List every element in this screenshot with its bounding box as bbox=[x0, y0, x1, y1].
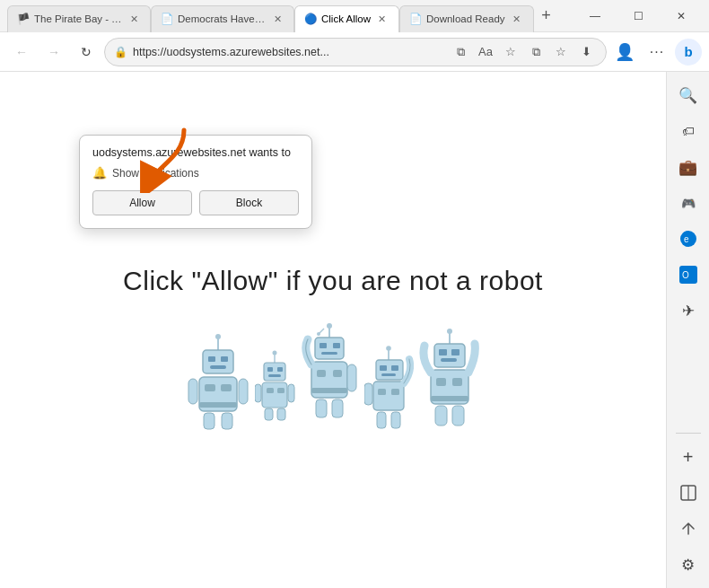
svg-rect-25 bbox=[288, 384, 294, 402]
svg-rect-19 bbox=[277, 367, 283, 372]
svg-rect-42 bbox=[332, 399, 343, 417]
svg-rect-12 bbox=[239, 379, 248, 404]
svg-rect-17 bbox=[264, 363, 285, 381]
robot-1 bbox=[187, 332, 249, 431]
svg-rect-33 bbox=[319, 343, 327, 348]
address-bar-icons: ⧉ Aa ☆ ⧉ ☆ ⬇ bbox=[450, 41, 597, 63]
svg-rect-24 bbox=[255, 384, 261, 402]
svg-rect-23 bbox=[277, 388, 284, 393]
svg-point-29 bbox=[327, 323, 332, 329]
svg-rect-58 bbox=[439, 349, 447, 355]
maximize-button[interactable]: ☐ bbox=[617, 2, 659, 31]
svg-rect-14 bbox=[222, 413, 232, 429]
bing-chat-button[interactable]: b bbox=[675, 39, 702, 66]
robot-2 bbox=[255, 350, 295, 422]
popup-buttons: Allow Block bbox=[92, 190, 299, 215]
allow-button[interactable]: Allow bbox=[92, 190, 192, 215]
sidebar-send-icon[interactable]: ✈ bbox=[672, 294, 705, 327]
sidebar-tag-icon[interactable]: 🏷 bbox=[672, 115, 705, 147]
refresh-button[interactable]: ↻ bbox=[72, 38, 101, 66]
robot-5 bbox=[419, 328, 480, 431]
sidebar-layout-icon[interactable] bbox=[672, 477, 705, 509]
svg-rect-46 bbox=[380, 365, 387, 371]
svg-rect-38 bbox=[333, 370, 342, 377]
svg-rect-60 bbox=[441, 358, 457, 362]
svg-rect-52 bbox=[364, 383, 372, 405]
svg-rect-64 bbox=[431, 396, 468, 401]
svg-rect-37 bbox=[317, 370, 326, 377]
download-icon[interactable]: ⬇ bbox=[575, 41, 597, 63]
svg-rect-59 bbox=[451, 349, 460, 355]
address-bar[interactable]: 🔒 https://uodsystems.azurewebsites.net..… bbox=[104, 38, 607, 66]
svg-text:e: e bbox=[684, 234, 689, 244]
profile-button[interactable]: 👤 bbox=[610, 38, 639, 66]
sidebar-add-icon[interactable]: + bbox=[672, 441, 705, 473]
svg-point-56 bbox=[447, 329, 452, 334]
favorites-icon[interactable]: ☆ bbox=[500, 41, 521, 63]
svg-rect-65 bbox=[435, 406, 447, 426]
tab-label-allow: Click Allow bbox=[321, 13, 371, 24]
tab-download[interactable]: 📄 Download Ready ✕ bbox=[399, 5, 534, 32]
svg-rect-48 bbox=[381, 373, 396, 376]
svg-rect-41 bbox=[316, 399, 327, 417]
svg-rect-27 bbox=[277, 408, 285, 420]
svg-rect-49 bbox=[373, 382, 404, 410]
new-tab-button[interactable]: + bbox=[534, 4, 559, 29]
svg-rect-39 bbox=[311, 388, 347, 393]
read-aloud-icon[interactable]: Aa bbox=[475, 41, 496, 63]
svg-text:O: O bbox=[682, 270, 689, 280]
tab-pirate[interactable]: 🏴 The Pirate Bay - Th... ✕ bbox=[7, 5, 151, 32]
minimize-button[interactable]: — bbox=[574, 2, 616, 31]
split-screen-icon[interactable]: ⧉ bbox=[450, 41, 471, 63]
star-icon[interactable]: ☆ bbox=[550, 41, 572, 63]
robots-illustration bbox=[187, 323, 480, 431]
tab-favicon-pirate: 🏴 bbox=[17, 13, 30, 25]
svg-rect-3 bbox=[203, 350, 233, 373]
svg-rect-13 bbox=[204, 413, 214, 429]
more-button[interactable]: ··· bbox=[643, 38, 671, 66]
sidebar-briefcase-icon[interactable]: 💼 bbox=[672, 151, 705, 183]
svg-rect-4 bbox=[208, 356, 215, 362]
svg-point-2 bbox=[215, 334, 221, 339]
close-button[interactable]: ✕ bbox=[661, 2, 702, 31]
svg-point-16 bbox=[272, 350, 276, 355]
toolbar: ← → ↻ 🔒 https://uodsystems.azurewebsites… bbox=[0, 32, 709, 72]
tab-label-democrats: Democrats Have In... bbox=[178, 13, 266, 24]
sidebar: 🔍 🏷 💼 🎮 e O ✈ + ⚙ bbox=[666, 72, 709, 588]
svg-rect-21 bbox=[262, 382, 287, 408]
sidebar-games-icon[interactable]: 🎮 bbox=[672, 187, 705, 219]
tab-close-pirate[interactable]: ✕ bbox=[127, 12, 141, 26]
notification-label: Show notifications bbox=[112, 167, 199, 180]
sidebar-share-icon[interactable] bbox=[672, 513, 705, 545]
svg-rect-40 bbox=[347, 364, 356, 391]
web-capture-icon[interactable]: ⧉ bbox=[525, 41, 547, 63]
window-controls: — ☐ ✕ bbox=[574, 2, 702, 31]
page-headline: Click "Allow" if you are not a robot bbox=[123, 266, 543, 296]
robot-3 bbox=[301, 323, 359, 431]
svg-rect-63 bbox=[452, 378, 462, 386]
back-button[interactable]: ← bbox=[7, 38, 36, 66]
svg-rect-51 bbox=[391, 389, 399, 395]
forward-button[interactable]: → bbox=[39, 38, 68, 66]
tab-close-download[interactable]: ✕ bbox=[510, 12, 524, 26]
lock-icon: 🔒 bbox=[114, 46, 127, 58]
svg-rect-66 bbox=[452, 406, 464, 426]
svg-rect-20 bbox=[268, 374, 281, 377]
sidebar-edge-icon[interactable]: e bbox=[672, 223, 705, 255]
address-text: https://uodsystems.azurewebsites.net... bbox=[133, 46, 444, 58]
tab-allow[interactable]: 🔵 Click Allow ✕ bbox=[294, 5, 399, 32]
titlebar: 🏴 The Pirate Bay - Th... ✕ 📄 Democrats H… bbox=[0, 0, 709, 32]
block-button[interactable]: Block bbox=[199, 190, 299, 215]
svg-rect-11 bbox=[188, 379, 197, 404]
tab-favicon-download: 📄 bbox=[409, 13, 422, 25]
sidebar-settings-icon[interactable]: ⚙ bbox=[672, 549, 705, 581]
sidebar-outlook-icon[interactable]: O bbox=[672, 259, 705, 291]
tab-close-democrats[interactable]: ✕ bbox=[270, 12, 284, 26]
tab-close-allow[interactable]: ✕ bbox=[375, 12, 390, 26]
svg-rect-8 bbox=[205, 384, 215, 391]
svg-rect-26 bbox=[265, 408, 273, 420]
svg-rect-35 bbox=[321, 352, 337, 355]
sidebar-search-icon[interactable]: 🔍 bbox=[672, 79, 705, 111]
tab-democrats[interactable]: 📄 Democrats Have In... ✕ bbox=[151, 5, 294, 32]
permission-popup: uodsystems.azurewebsites.net wants to 🔔 … bbox=[79, 135, 312, 229]
